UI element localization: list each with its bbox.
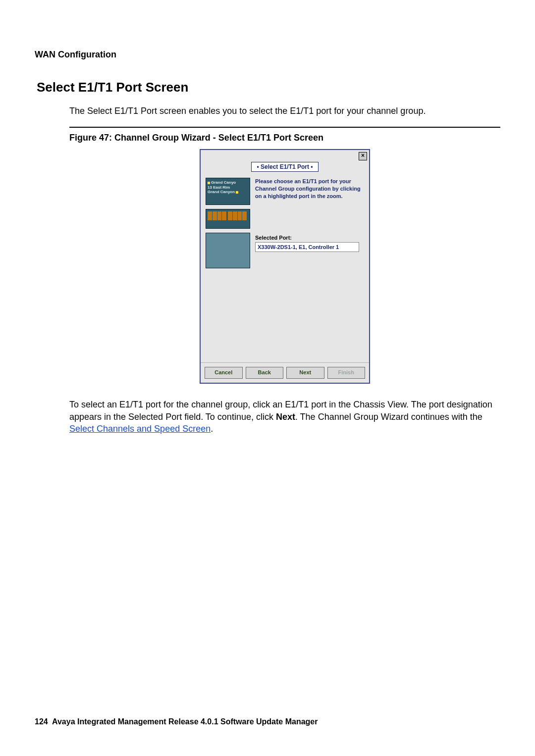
intro-paragraph: The Select E1/T1 Port screen enables you… [69,105,500,117]
e1t1-port-group[interactable] [228,211,247,220]
back-button[interactable]: Back [246,367,284,379]
module-slot: 13 [208,185,212,190]
e1t1-port[interactable] [217,211,222,220]
wizard-dialog: × • Select E1/T1 Port • Grand Canyo 13 E… [200,149,370,384]
e1t1-port[interactable] [228,211,233,220]
close-icon[interactable]: × [359,152,367,160]
module-label: Grand Canyon [208,190,235,194]
next-button[interactable]: Next [286,367,324,379]
text-run: . The Channel Group Wizard continues wit… [295,412,482,422]
finish-button: Finish [327,367,366,379]
dialog-footer: Cancel Back Next Finish [201,362,369,383]
page-footer: 124 Avaya Integrated Management Release … [35,717,318,726]
e1t1-port[interactable] [222,211,226,220]
select-channels-link[interactable]: Select Channels and Speed Screen [69,424,211,434]
e1t1-port[interactable] [238,211,243,220]
e1t1-port-group[interactable] [208,211,226,220]
page-number: 124 [35,717,48,726]
section-heading: Select E1/T1 Port Screen [35,80,500,95]
module-label: East Rim [213,185,230,190]
dialog-title: • Select E1/T1 Port • [251,162,318,172]
dialog-instructions: Please choose an E1/T1 port for your Cha… [255,178,364,200]
cancel-button[interactable]: Cancel [205,367,243,379]
footer-title: Avaya Integrated Management Release 4.0.… [52,717,318,726]
dialog-spacer [201,273,369,362]
chassis-module-top[interactable]: Grand Canyo 13 East Rim Grand Canyon [206,178,250,205]
chassis-port-block[interactable] [206,209,250,229]
selected-port-label: Selected Port: [255,235,364,241]
figure-caption: Figure 47: Channel Group Wizard - Select… [69,133,500,143]
figure-rule [69,127,500,128]
e1t1-port[interactable] [208,211,213,220]
status-led-icon [236,191,238,194]
selected-port-field: X330W-2DS1-1, E1, Controller 1 [255,242,359,252]
status-led-icon [208,182,210,184]
chassis-module-bottom[interactable] [206,233,250,268]
chassis-view[interactable]: Grand Canyo 13 East Rim Grand Canyon [206,178,250,268]
e1t1-port[interactable] [213,211,217,220]
text-run: . [211,424,213,434]
followup-paragraph: To select an E1/T1 port for the channel … [69,399,500,435]
module-label: Grand Canyo [211,180,236,185]
e1t1-port[interactable] [242,211,247,220]
e1t1-port[interactable] [233,211,238,220]
ui-term-next: Next [276,412,295,422]
page-header: WAN Configuration [35,50,500,60]
